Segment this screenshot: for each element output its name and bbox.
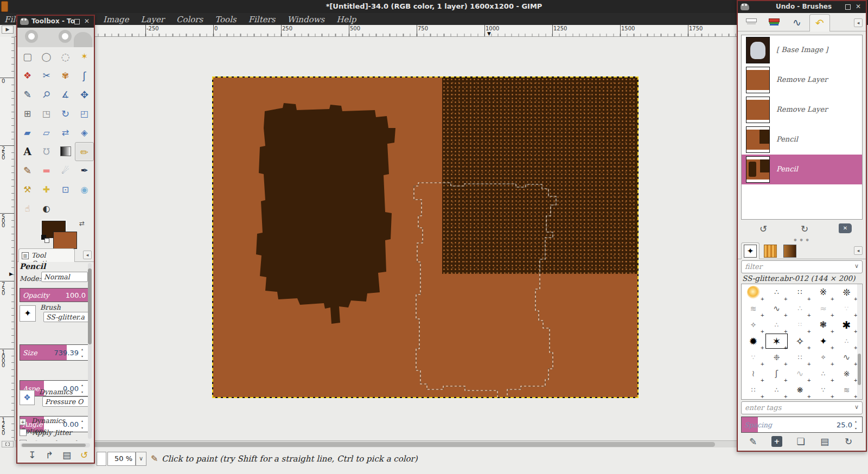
tool-select-by-color[interactable]: ❖ xyxy=(18,66,37,85)
dynamics-select[interactable]: Pressure O xyxy=(42,396,89,407)
mode-select[interactable]: Normal xyxy=(41,272,88,282)
close-icon[interactable]: ✕ xyxy=(856,3,861,10)
brush-eight-point-star[interactable]: ✹ xyxy=(742,333,765,349)
brush-curly-doodle[interactable]: ∿ xyxy=(765,300,788,317)
delete-tool-preset-button[interactable]: ▤ xyxy=(60,449,74,462)
vertical-ruler[interactable]: 02 5 05 0 07 5 01 0 0 01 2 5 0▶ xyxy=(0,37,15,440)
menu-colors[interactable]: Colors xyxy=(176,15,203,24)
expander-icon[interactable]: + xyxy=(20,419,26,425)
tool-perspective[interactable]: ▱ xyxy=(37,123,56,142)
menu-windows[interactable]: Windows xyxy=(287,15,324,24)
menu-layer[interactable]: Layer xyxy=(141,15,164,24)
tool-rectangle-select[interactable]: ▢ xyxy=(18,47,37,66)
brush-gray-smudge[interactable]: ≋ xyxy=(835,382,858,398)
paths-tab[interactable]: ∿ xyxy=(787,14,807,31)
brush-speckles-e[interactable]: ∷ xyxy=(788,349,812,366)
menu-tools[interactable]: Tools xyxy=(215,15,236,24)
brush-sparkle-field[interactable]: ✧ xyxy=(742,317,765,333)
brush-faint-speckle[interactable]: ∵ xyxy=(835,300,858,317)
tool-shear[interactable]: ▰ xyxy=(18,123,37,142)
patterns-tab-icon[interactable] xyxy=(764,245,777,258)
tool-blur-sharpen[interactable]: ◉ xyxy=(75,180,94,199)
maximize-icon[interactable] xyxy=(74,19,80,24)
tool-zoom[interactable]: ⚲ xyxy=(37,85,56,104)
undo-history-item[interactable]: Remove Layer xyxy=(742,65,862,95)
maximize-icon[interactable] xyxy=(845,4,851,10)
tool-free-select[interactable]: ◌ xyxy=(56,47,75,66)
duplicate-brush-button[interactable]: ❏ xyxy=(794,435,808,448)
brush-speckles-f[interactable]: ∴ xyxy=(812,366,835,382)
brush-radial-burst[interactable]: ❃ xyxy=(812,317,835,333)
tool-move[interactable]: ✥ xyxy=(75,85,94,104)
brush-dense-speckle[interactable]: ※ xyxy=(812,284,835,300)
spacing-slider[interactable]: Spacing 25.0 ▴▾ xyxy=(741,417,863,433)
toolbox-title-bar[interactable]: Toolbox - To ✕ xyxy=(17,16,94,28)
tool-color-picker[interactable]: ✎ xyxy=(18,85,37,104)
brush-grid-scrollbar[interactable] xyxy=(857,284,861,399)
size-slider[interactable]: Size 739.39 ▴▾ xyxy=(20,344,89,361)
undo-history-item[interactable]: Remove Layer xyxy=(742,95,862,125)
tool-options-scrollbar[interactable] xyxy=(88,263,92,439)
brush-light-speckle[interactable]: ∴ xyxy=(788,300,812,317)
brush-bold-star[interactable]: ✱ xyxy=(835,317,858,333)
toolbox-h-scrollbar[interactable] xyxy=(21,443,90,447)
tool-foreground-select[interactable]: ✾ xyxy=(56,66,75,85)
quick-mask-toggle[interactable] xyxy=(2,441,14,447)
clear-history-button[interactable]: ✕ xyxy=(839,223,852,233)
edit-brush-button[interactable]: ✎ xyxy=(746,435,760,448)
tool-pencil[interactable]: ✏ xyxy=(75,142,94,161)
brush-glow-orange[interactable] xyxy=(742,284,765,300)
zoom-level-field[interactable]: 50 % xyxy=(107,452,136,466)
tab-tool-options[interactable]: ▥ Tool Options xyxy=(18,248,75,262)
undo-history-item[interactable]: Pencil xyxy=(742,125,862,155)
collapse-dock-icon[interactable]: ◂ xyxy=(854,18,863,27)
tool-eraser[interactable]: ▬ xyxy=(37,161,56,180)
tool-bucket-fill[interactable]: ℧ xyxy=(37,142,56,161)
collapse-tab-icon[interactable]: ◂ xyxy=(83,251,92,259)
tool-heal[interactable]: ✚ xyxy=(37,180,56,199)
tool-paintbrush[interactable]: ✎ xyxy=(18,161,37,180)
tool-smudge[interactable]: ☝ xyxy=(18,199,37,218)
gradients-tab-icon[interactable] xyxy=(783,245,796,258)
tool-paths[interactable]: ʃ xyxy=(75,66,94,85)
brush-filter-input[interactable]: filter ∨ xyxy=(741,260,863,273)
menu-image[interactable]: Image xyxy=(103,15,129,24)
brush-squiggle[interactable]: ≀ xyxy=(742,366,765,382)
dynamics-preview-icon[interactable]: ❖ xyxy=(20,390,35,405)
brush-ribbon[interactable]: ∿ xyxy=(835,349,858,366)
undo-history-item[interactable]: [ Base Image ] xyxy=(742,35,862,65)
tool-measure[interactable]: ∡ xyxy=(56,85,75,104)
brush-speckles-g[interactable]: ∷ xyxy=(742,382,765,398)
horizontal-scrollbar-thumb[interactable] xyxy=(18,442,715,447)
tool-ink[interactable]: ✒ xyxy=(75,161,94,180)
tool-fuzzy-select[interactable]: ✶ xyxy=(75,47,94,66)
brush-light-ribbon[interactable]: ∿ xyxy=(788,366,812,382)
new-brush-button[interactable]: + xyxy=(771,436,782,447)
brush-small-sparkles[interactable]: ✧ xyxy=(812,349,835,366)
apply-jitter-row[interactable]: Apply Jitter xyxy=(20,427,88,437)
undo-button[interactable]: ↺ xyxy=(756,222,770,235)
brush-speckles-c[interactable]: ∴ xyxy=(835,333,858,349)
tool-flip[interactable]: ⇄ xyxy=(56,123,75,142)
brush-tags-input[interactable]: enter tags ∨ xyxy=(741,401,863,414)
image-canvas[interactable] xyxy=(213,78,637,397)
brush-faint-dots[interactable]: ∷ xyxy=(788,317,812,333)
tool-clone[interactable]: ⚒ xyxy=(18,180,37,199)
brush-soft-smudge[interactable]: ≋ xyxy=(742,300,765,317)
brush-preview-icon[interactable]: ✦ xyxy=(20,305,36,322)
tab-brushes[interactable]: ✦ xyxy=(741,242,760,259)
undo-history-tab[interactable]: ↶ xyxy=(809,14,830,31)
brush-burst-speckle[interactable]: ❉ xyxy=(765,349,788,366)
restore-tool-preset-button[interactable]: ↱ xyxy=(42,449,56,462)
brush-faint-d[interactable]: ∵ xyxy=(742,349,765,366)
brush-dense-b[interactable]: ※ xyxy=(835,366,858,382)
tool-airbrush[interactable]: ☄ xyxy=(56,161,75,180)
close-icon[interactable]: ✕ xyxy=(84,17,90,25)
default-colors-icon[interactable] xyxy=(41,235,50,244)
brush-speckles-i[interactable]: ∵ xyxy=(812,382,835,398)
refresh-brushes-button[interactable]: ↻ xyxy=(841,435,856,448)
tool-dodge-burn[interactable]: ◐ xyxy=(37,199,56,218)
redo-button[interactable]: ↻ xyxy=(797,222,812,235)
canvas-area[interactable] xyxy=(15,37,738,440)
channels-tab[interactable] xyxy=(764,14,784,31)
